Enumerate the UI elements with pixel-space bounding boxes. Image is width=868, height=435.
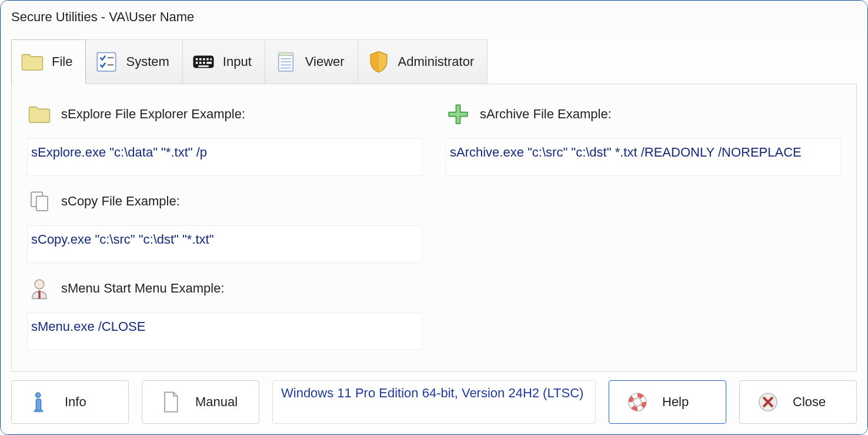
folder-icon — [27, 102, 52, 127]
sarchive-title: sArchive File Example: — [480, 107, 612, 122]
lifebuoy-icon — [626, 390, 649, 414]
manual-button[interactable]: Manual — [142, 380, 259, 424]
sexplore-header: sExplore File Explorer Example: — [27, 102, 422, 127]
svg-rect-4 — [196, 58, 198, 61]
svg-rect-13 — [198, 65, 209, 67]
manual-button-label: Manual — [195, 394, 238, 410]
tabbar: File System — [11, 39, 857, 84]
left-column: sExplore File Explorer Example: sExplore… — [27, 97, 422, 358]
help-button[interactable]: Help — [609, 380, 726, 424]
user-icon — [27, 276, 52, 301]
folder-icon — [20, 49, 45, 74]
svg-point-24 — [36, 393, 41, 397]
plus-icon — [446, 102, 470, 127]
tab-system-label: System — [126, 54, 169, 69]
version-text: Windows 11 Pro Edition 64-bit, Version 2… — [281, 386, 583, 401]
version-box: Windows 11 Pro Edition 64-bit, Version 2… — [272, 380, 596, 424]
footer: Info Manual Windows 11 Pro Edition 64-bi… — [11, 372, 857, 424]
right-column: sArchive File Example: sArchive.exe "c:\… — [446, 97, 841, 358]
window-title: Secure Utilities - VA\User Name — [11, 9, 194, 25]
tab-administrator[interactable]: Administrator — [358, 39, 488, 84]
svg-rect-0 — [98, 52, 116, 71]
smenu-header: sMenu Start Menu Example: — [27, 276, 422, 301]
tab-viewer-label: Viewer — [305, 54, 345, 69]
svg-point-22 — [35, 280, 44, 289]
tab-panel-file: sExplore File Explorer Example: sExplore… — [11, 84, 857, 372]
svg-rect-7 — [206, 58, 209, 61]
svg-rect-21 — [36, 196, 48, 211]
svg-rect-11 — [203, 62, 205, 64]
svg-rect-25 — [36, 399, 41, 411]
window: Secure Utilities - VA\User Name File — [0, 0, 868, 435]
notepad-icon — [273, 49, 298, 74]
tab-file[interactable]: File — [11, 39, 86, 84]
close-button-label: Close — [793, 394, 826, 410]
svg-rect-15 — [279, 52, 293, 55]
scopy-title: sCopy File Example: — [61, 194, 180, 209]
svg-rect-12 — [206, 62, 212, 64]
tab-input[interactable]: Input — [182, 39, 265, 84]
scopy-command[interactable]: sCopy.exe "c:\src" "c:\dst" "*.txt" — [27, 225, 422, 263]
svg-rect-9 — [196, 62, 198, 64]
checklist-icon — [94, 49, 119, 74]
scopy-header: sCopy File Example: — [27, 189, 422, 214]
svg-point-28 — [633, 398, 641, 406]
sexplore-command[interactable]: sExplore.exe "c:\data" "*.txt" /p — [27, 138, 422, 176]
tab-input-label: Input — [223, 54, 252, 69]
svg-rect-26 — [34, 410, 43, 411]
sarchive-header: sArchive File Example: — [446, 102, 841, 127]
shield-icon — [366, 49, 391, 74]
svg-rect-10 — [199, 62, 202, 64]
sexplore-title: sExplore File Explorer Example: — [61, 107, 245, 122]
titlebar: Secure Utilities - VA\User Name — [1, 1, 867, 34]
keyboard-icon — [191, 49, 216, 74]
tab-administrator-label: Administrator — [398, 54, 475, 69]
window-body: File System — [1, 34, 867, 434]
tab-file-label: File — [52, 54, 72, 69]
svg-rect-23 — [38, 291, 41, 299]
smenu-command[interactable]: sMenu.exe /CLOSE — [27, 313, 422, 350]
svg-rect-6 — [203, 58, 205, 61]
close-icon — [756, 390, 780, 414]
info-icon — [28, 390, 52, 414]
copy-icon — [27, 189, 52, 214]
tab-system[interactable]: System — [85, 39, 182, 84]
sarchive-command[interactable]: sArchive.exe "c:\src" "c:\dst" *.txt /RE… — [446, 138, 841, 176]
svg-rect-8 — [210, 58, 212, 61]
help-button-label: Help — [662, 394, 689, 410]
tab-viewer[interactable]: Viewer — [265, 39, 358, 84]
smenu-title: sMenu Start Menu Example: — [61, 281, 225, 296]
info-button-label: Info — [65, 394, 86, 410]
close-button[interactable]: Close — [739, 380, 857, 424]
svg-rect-5 — [199, 58, 202, 61]
document-icon — [159, 390, 182, 414]
info-button[interactable]: Info — [11, 380, 129, 424]
